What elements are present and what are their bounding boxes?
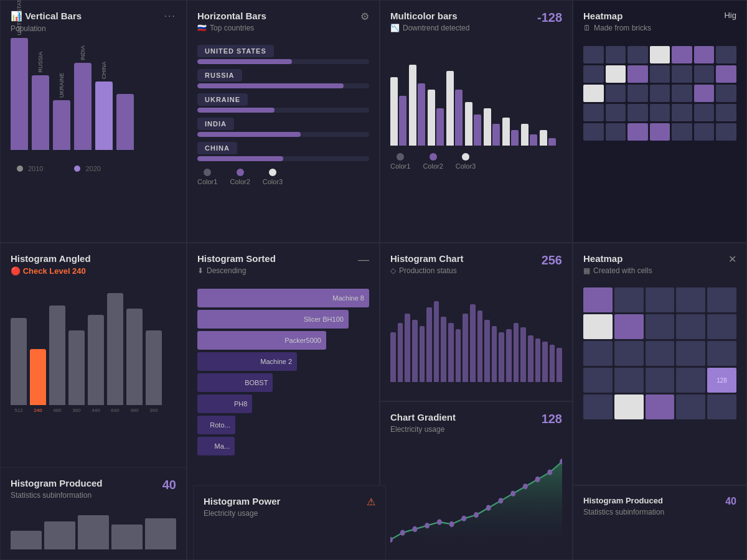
card-title-group: Histogram Chart ◇ Production status <box>390 253 464 282</box>
heatmap-top-subtitle: 🗓 Made from bricks <box>583 24 651 32</box>
card-title-group: Multicolor bars 📉 Downtrend detected <box>390 11 469 40</box>
svg-point-3 <box>425 523 430 528</box>
svg-point-9 <box>498 498 503 503</box>
card-header: Histogram Sorted ⬇ Descending — <box>197 253 369 282</box>
card-title-group: Heatmap ▦ Created with cells <box>583 253 652 282</box>
histogram-sorted-title: Histogram Sorted <box>197 253 276 264</box>
legend-color1: Color1 <box>197 169 217 185</box>
legend-color2: Color2 <box>230 169 250 185</box>
svg-point-4 <box>437 519 442 525</box>
heatmap-cell <box>627 123 648 141</box>
hbar-china: CHINA <box>197 142 369 161</box>
heatmap-cell <box>583 341 613 366</box>
check-level-badge: 🔴 Check Level 240 <box>11 266 176 276</box>
heatmap-cell <box>606 46 626 63</box>
chart-gradient-subtitle: Electricity usage <box>390 425 456 434</box>
heatmap-cell <box>583 104 604 121</box>
multicolor-bars-card: Multicolor bars 📉 Downtrend detected -12… <box>380 0 573 243</box>
cells-icon: ▦ <box>583 266 590 275</box>
heatmap-cell <box>676 394 705 419</box>
card-title-group: Heatmap 🗓 Made from bricks <box>583 11 651 40</box>
collapse-icon[interactable]: — <box>358 253 369 266</box>
horizontal-bars-subtitle: 🇷🇺 Top countries <box>197 24 266 32</box>
heatmap-cell <box>614 394 644 419</box>
bar-russia: RUSSIA <box>32 52 49 150</box>
card-title-group: Histogram Produced Statistics subinforma… <box>11 478 103 507</box>
heatmap-cell <box>650 46 670 63</box>
heatmap-cell <box>716 85 736 102</box>
multicolor-value: -128 <box>537 11 562 25</box>
angled-chart <box>11 281 176 405</box>
heatmap-cell <box>716 46 736 63</box>
gradient-chart-area <box>390 447 562 547</box>
heatmap-cell <box>606 104 626 121</box>
dot-2020[interactable] <box>74 166 80 172</box>
histogram-power-card: Histogram Power Electricity usage ⚠ <box>193 485 386 560</box>
svg-point-11 <box>523 483 528 489</box>
heatmap-cell <box>716 123 736 141</box>
svg-point-1 <box>400 530 405 536</box>
heatmap-cell <box>614 287 644 312</box>
card-title-group: Histogram Power Electricity usage <box>204 496 280 525</box>
heatmap-cell <box>583 287 613 312</box>
timeline: 2010 2020 <box>11 165 176 172</box>
subtitle-flag: 🇷🇺 <box>197 24 207 32</box>
heatmap-cell <box>646 341 675 366</box>
multicolor-chart <box>390 46 562 146</box>
card-title-group: Histogram Produced Statistics subinforma… <box>583 496 664 524</box>
heatmap-cell <box>694 65 715 83</box>
chart-gradient-value: 128 <box>542 412 562 426</box>
legend-color3: Color3 <box>456 153 476 170</box>
heatmap-cell <box>707 287 736 312</box>
more-options-button[interactable]: ··· <box>164 11 176 22</box>
heatmap-cell <box>650 104 670 121</box>
heatmap-cell <box>614 368 644 393</box>
settings-button[interactable]: ⚙ <box>360 11 369 22</box>
bar-extra <box>116 91 134 150</box>
heatmap-cell <box>676 314 705 339</box>
hbar-russia: RUSSIA <box>197 69 369 88</box>
color-legend: Color1 Color2 Color3 <box>390 153 562 170</box>
sorted-list: Machine 8 Slicer BH100 Packer5000 Machin… <box>197 289 369 455</box>
card-header: Heatmap ▦ Created with cells ✕ <box>583 253 736 282</box>
warn-icon: ⚠ <box>367 496 375 508</box>
vertical-bars-card: 📊 Vertical Bars Population ··· UNITED ST… <box>0 0 187 243</box>
histogram-produced-title: Histogram Produced <box>583 496 664 505</box>
heatmap-cell <box>606 85 626 102</box>
sorted-item-slicer: Slicer BH100 <box>197 310 369 329</box>
hp-title: Histogram Produced <box>11 478 103 488</box>
close-button[interactable]: ✕ <box>728 253 736 265</box>
histogram-produced-value: 40 <box>725 496 736 507</box>
card-header: Histogram Produced Statistics subinforma… <box>583 496 736 524</box>
timeline-2020: 2020 <box>74 165 100 172</box>
heatmap-cell <box>672 104 692 121</box>
sorted-item-packer: Packer5000 <box>197 331 369 350</box>
card-header: Histogram Produced Statistics subinforma… <box>11 478 176 507</box>
histogram-chart-bars <box>390 289 562 382</box>
hbar-india: INDIA <box>197 118 369 137</box>
legend-color3: Color3 <box>263 169 283 185</box>
card-header: Horizontal Bars 🇷🇺 Top countries ⚙ <box>197 11 369 40</box>
heatmap-bottom-wrapper: 128 <box>583 287 736 419</box>
heatmap-cell <box>716 65 736 83</box>
histogram-power-subtitle: Electricity usage <box>204 509 280 518</box>
histogram-chart-card: Histogram Chart ◇ Production status 256 <box>380 243 573 401</box>
card-header: Chart Gradient Electricity usage 128 <box>390 412 562 441</box>
heatmap-cell <box>650 123 670 141</box>
sorted-item-machine8: Machine 8 <box>197 289 369 307</box>
svg-point-8 <box>486 505 491 511</box>
chart-gradient-title: Chart Gradient <box>390 412 456 422</box>
horizontal-bars-card: Horizontal Bars 🇷🇺 Top countries ⚙ UNITE… <box>187 0 380 243</box>
card-header: Heatmap 🗓 Made from bricks Hig <box>583 11 736 40</box>
card-title-group: Chart Gradient Electricity usage <box>390 412 456 441</box>
histogram-angled-title: Histogram Angled <box>11 253 176 264</box>
heatmap-cell <box>646 368 675 393</box>
heatmap-cell <box>627 104 648 121</box>
dot-2010[interactable] <box>17 166 23 172</box>
histogram-chart-subtitle: ◇ Production status <box>390 266 464 275</box>
svg-point-13 <box>547 469 552 475</box>
histogram-sorted-subtitle: ⬇ Descending <box>197 266 276 275</box>
card-header: Histogram Power Electricity usage ⚠ <box>204 496 375 525</box>
card-header: Multicolor bars 📉 Downtrend detected -12… <box>390 11 562 40</box>
bar-ukraine: UKRAINE <box>53 73 70 150</box>
